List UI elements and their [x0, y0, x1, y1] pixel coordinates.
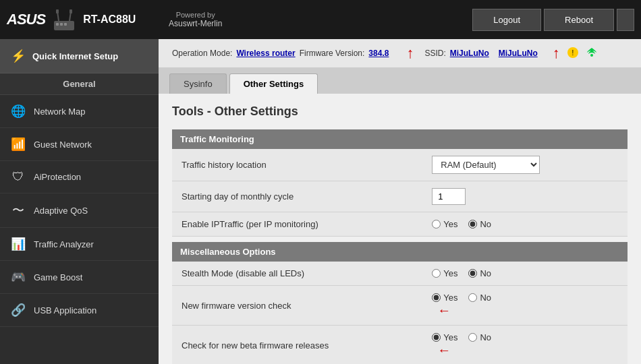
operation-mode-value[interactable]: Wireless router	[236, 49, 295, 58]
new-fw-no-radio[interactable]	[468, 293, 477, 302]
svg-point-10	[590, 54, 593, 57]
traffic-monitoring-header: Traffic Monitoring	[172, 129, 628, 149]
traffic-monitoring-table: Traffic history location RAM (Default) U…	[172, 149, 628, 237]
beta-fw-yes-radio[interactable]	[432, 333, 441, 342]
table-row: Stealth Mode (disable all LEDs) Yes No	[172, 262, 628, 286]
traffic-history-label: Traffic history location	[172, 149, 422, 181]
model-name: RT-AC88U	[83, 13, 136, 26]
starting-day-input[interactable]	[432, 188, 466, 205]
ssid-value1: MiJuLuNo	[450, 49, 489, 58]
tabs: Sysinfo Other Settings	[159, 68, 641, 94]
beta-firmware-label: Check for new beta firmware releases	[172, 326, 422, 365]
sidebar-item-label: Traffic Analyzer	[34, 239, 94, 249]
enable-iptraffic-radio-group: Yes No	[432, 219, 618, 229]
table-row: Enable IPTraffic (per IP monitoring) Yes…	[172, 212, 628, 237]
sidebar-item-network-map[interactable]: 🌐 Network Map	[0, 95, 159, 128]
stealth-yes-label[interactable]: Yes	[432, 268, 457, 278]
stealth-no-radio[interactable]	[468, 269, 477, 278]
beta-fw-arrow: ←	[437, 342, 451, 357]
new-firmware-radio-group: Yes No	[432, 293, 618, 303]
new-fw-yes-radio[interactable]	[432, 293, 441, 302]
table-row: Starting day of monthly cycle	[172, 181, 628, 212]
stealth-mode-label: Stealth Mode (disable all LEDs)	[172, 262, 422, 286]
network-map-icon: 🌐	[11, 104, 26, 119]
sidebar-section-general: General	[0, 73, 159, 95]
new-firmware-control: Yes No ←	[422, 286, 628, 326]
logo-area: ASUS RT-AC88U	[7, 6, 169, 33]
usb-application-icon: 🔗	[11, 303, 26, 317]
quick-setup-label: Quick Internet Setup	[32, 51, 118, 61]
info-bar: Operation Mode: Wireless router Firmware…	[159, 39, 641, 68]
firmware-label: Firmware Version:	[300, 49, 365, 58]
sidebar-item-game-boost[interactable]: 🎮 Game Boost	[0, 261, 159, 294]
adaptive-qos-icon: 〜	[11, 202, 26, 218]
extra-button[interactable]	[617, 9, 634, 31]
beta-firmware-radio-group: Yes No	[432, 332, 618, 342]
header-buttons: Logout Reboot	[472, 9, 634, 31]
iptraffic-yes-label[interactable]: Yes	[432, 219, 457, 229]
iptraffic-no-radio[interactable]	[468, 220, 477, 229]
main-layout: ⚡ Quick Internet Setup General 🌐 Network…	[0, 39, 641, 364]
sidebar-item-aiprotection[interactable]: 🛡 AiProtection	[0, 161, 159, 193]
sidebar-item-label: Game Boost	[34, 272, 82, 282]
beta-firmware-control: Yes No ←	[422, 326, 628, 365]
beta-fw-no-label[interactable]: No	[468, 332, 491, 342]
beta-fw-no-radio[interactable]	[468, 333, 477, 342]
miscellaneous-section: Miscellaneous Options Stealth Mode (disa…	[172, 242, 628, 364]
sidebar-item-label: Adaptive QoS	[34, 206, 88, 216]
tab-sysinfo[interactable]: Sysinfo	[169, 73, 227, 94]
sidebar-item-adaptive-qos[interactable]: 〜 Adaptive QoS	[0, 193, 159, 228]
new-fw-arrow: ←	[437, 303, 451, 317]
status-icon-yellow: !	[567, 47, 579, 61]
powered-by: Powered by Asuswrt-Merlin	[169, 11, 222, 28]
iptraffic-yes-radio[interactable]	[432, 220, 441, 229]
traffic-analyzer-icon: 📊	[11, 237, 26, 251]
svg-rect-1	[56, 23, 59, 26]
asus-logo: ASUS	[7, 11, 45, 28]
status-icon-green	[586, 47, 598, 61]
page-title: Tools - Other Settings	[172, 104, 628, 119]
iptraffic-no-label[interactable]: No	[468, 219, 491, 229]
traffic-history-control: RAM (Default) USB JFFS	[422, 149, 628, 181]
sidebar-item-label: Guest Network	[34, 140, 92, 150]
ssid-value2: MiJuLuNo	[499, 49, 538, 58]
sidebar-item-label: Network Map	[34, 107, 86, 117]
guest-network-icon: 📶	[11, 137, 26, 152]
table-row: Traffic history location RAM (Default) U…	[172, 149, 628, 181]
new-fw-no-label[interactable]: No	[468, 293, 491, 303]
svg-rect-2	[60, 23, 63, 26]
beta-fw-yes-label[interactable]: Yes	[432, 332, 457, 342]
enable-iptraffic-label: Enable IPTraffic (per IP monitoring)	[172, 212, 422, 237]
reboot-button[interactable]: Reboot	[544, 9, 614, 31]
game-boost-icon: 🎮	[11, 270, 26, 284]
miscellaneous-header: Miscellaneous Options	[172, 242, 628, 262]
quick-setup-item[interactable]: ⚡ Quick Internet Setup	[0, 39, 159, 73]
router-icon	[51, 6, 78, 33]
svg-rect-6	[56, 9, 59, 13]
stealth-yes-radio[interactable]	[432, 269, 441, 278]
enable-iptraffic-control: Yes No	[422, 212, 628, 237]
firmware-value: 384.8	[368, 49, 389, 58]
starting-day-control	[422, 181, 628, 212]
table-row: Check for new beta firmware releases Yes…	[172, 326, 628, 365]
traffic-history-select[interactable]: RAM (Default) USB JFFS	[432, 156, 540, 174]
aiprotection-icon: 🛡	[11, 170, 26, 184]
table-row: New firmware version check Yes No ←	[172, 286, 628, 326]
sidebar-item-usb-application[interactable]: 🔗 USB Application	[0, 294, 159, 327]
svg-text:!: !	[572, 49, 574, 57]
sidebar: ⚡ Quick Internet Setup General 🌐 Network…	[0, 39, 159, 364]
stealth-mode-radio-group: Yes No	[432, 268, 618, 278]
header: ASUS RT-AC88U Powered by Asuswrt-Merlin …	[0, 0, 641, 39]
logout-button[interactable]: Logout	[472, 9, 541, 31]
tab-other-settings[interactable]: Other Settings	[229, 73, 318, 94]
svg-rect-7	[69, 9, 72, 13]
sidebar-item-guest-network[interactable]: 📶 Guest Network	[0, 128, 159, 161]
stealth-no-label[interactable]: No	[468, 268, 491, 278]
firmware-arrow-up: ↑	[406, 44, 414, 62]
starting-day-label: Starting day of monthly cycle	[172, 181, 422, 212]
new-fw-yes-label[interactable]: Yes	[432, 293, 457, 303]
traffic-monitoring-section: Traffic Monitoring Traffic history locat…	[172, 129, 628, 237]
operation-mode-label: Operation Mode:	[172, 49, 232, 58]
sidebar-item-traffic-analyzer[interactable]: 📊 Traffic Analyzer	[0, 228, 159, 261]
quick-setup-icon: ⚡	[11, 49, 26, 63]
